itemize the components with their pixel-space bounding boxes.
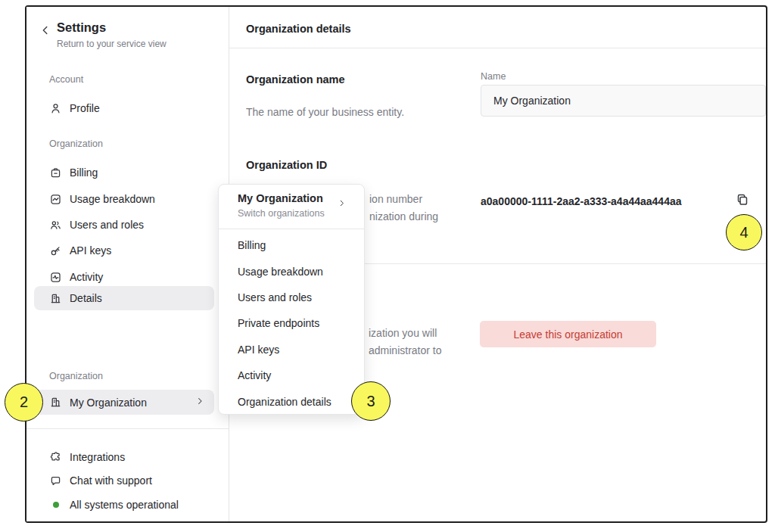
page-title: Organization details: [246, 23, 351, 35]
sidebar-item-details[interactable]: Details: [34, 286, 214, 310]
dropdown-item-private-endpoints[interactable]: Private endpoints: [219, 312, 364, 334]
puzzle-icon: [49, 450, 63, 464]
sidebar-item-label: Chat with support: [70, 474, 152, 487]
leave-description-line1: ization you will: [369, 327, 437, 339]
sidebar-item-label: All systems operational: [70, 499, 179, 511]
sidebar-item-label: Profile: [70, 102, 100, 114]
billing-icon: [49, 166, 63, 179]
sidebar-item-label: Integrations: [70, 451, 125, 463]
leave-description: ization you will administrator to: [369, 325, 441, 359]
org-name-input[interactable]: [481, 85, 766, 117]
leave-organization-button[interactable]: Leave this organization: [480, 321, 656, 347]
api-keys-icon: [49, 244, 63, 257]
details-icon: [49, 291, 63, 305]
sidebar-item-label: Usage breakdown: [70, 193, 155, 205]
organization-dropdown-menu: My Organization Switch organizations Bil…: [218, 184, 365, 415]
sidebar-divider: [26, 428, 229, 429]
org-name-title: Organization name: [246, 73, 345, 86]
dropdown-item-usage-breakdown[interactable]: Usage breakdown: [219, 260, 364, 283]
org-name-description: The name of your business entity.: [246, 104, 404, 121]
name-field-label: Name: [481, 71, 506, 82]
sidebar-item-chat-support[interactable]: Chat with support: [34, 468, 214, 493]
usage-icon: [49, 192, 63, 206]
dropdown-item-organization-details[interactable]: Organization details: [219, 390, 364, 413]
org-id-description: ion number nization during: [369, 191, 438, 226]
dropdown-item-users-and-roles[interactable]: Users and roles: [219, 286, 364, 309]
screenshot-page: Settings Return to your service view Acc…: [0, 0, 775, 532]
sidebar-item-integrations[interactable]: Integrations: [34, 445, 214, 469]
window-frame: Settings Return to your service view Acc…: [25, 5, 767, 523]
sidebar-item-label: My Organization: [70, 397, 147, 409]
org-id-description-line1: ion number: [369, 193, 422, 205]
dropdown-title[interactable]: My Organization: [238, 192, 323, 204]
annotation-badge-3: 3: [351, 381, 391, 421]
sidebar-item-label: API keys: [70, 244, 111, 257]
sidebar-item-label: Users and roles: [70, 219, 144, 231]
sidebar-item-usage-breakdown[interactable]: Usage breakdown: [34, 187, 214, 211]
dropdown-subtitle: Switch organizations: [238, 208, 325, 219]
dropdown-item-billing[interactable]: Billing: [219, 234, 364, 257]
org-id-title: Organization ID: [246, 159, 327, 171]
org-id-description-line2: nization during: [369, 210, 438, 222]
sidebar-item-api-keys[interactable]: API keys: [34, 238, 214, 263]
dropdown-item-api-keys[interactable]: API keys: [219, 338, 364, 361]
sidebar-item-my-organization[interactable]: My Organization: [34, 390, 214, 415]
copy-icon: [735, 192, 750, 207]
header-divider: [229, 48, 766, 48]
chevron-left-icon: [39, 23, 52, 37]
chevron-right-icon: [195, 396, 205, 409]
section-label-organization-2: Organization: [49, 371, 103, 381]
dropdown-item-activity[interactable]: Activity: [219, 364, 364, 387]
settings-sidebar: Settings Return to your service view Acc…: [26, 7, 229, 521]
status-dot: [53, 502, 59, 508]
org-id-value: a0a00000-1111-2aa2-a333-a4a44aa444aa: [481, 195, 682, 207]
users-icon: [49, 218, 63, 232]
dropdown-divider: [219, 229, 364, 229]
leave-description-line2: administrator to: [369, 344, 441, 356]
back-button[interactable]: [39, 23, 52, 37]
sidebar-item-status[interactable]: All systems operational: [34, 493, 214, 517]
profile-icon: [49, 101, 63, 115]
sidebar-item-users-and-roles[interactable]: Users and roles: [34, 213, 214, 237]
annotation-badge-2: 2: [5, 383, 43, 422]
sidebar-subtitle: Return to your service view: [57, 39, 167, 49]
section-label-account: Account: [49, 74, 83, 85]
activity-icon: [49, 270, 63, 284]
chevron-right-icon: [337, 198, 347, 211]
chat-icon: [49, 474, 63, 487]
sidebar-title: Settings: [57, 20, 106, 35]
building-icon: [49, 396, 63, 409]
sidebar-item-label: Activity: [70, 271, 103, 283]
annotation-badge-4: 4: [726, 214, 762, 250]
sidebar-item-billing[interactable]: Billing: [34, 160, 214, 185]
section-label-organization: Organization: [49, 138, 103, 149]
copy-button[interactable]: [735, 192, 752, 209]
sidebar-item-label: Details: [70, 292, 102, 304]
sidebar-item-profile[interactable]: Profile: [34, 96, 214, 120]
sidebar-item-label: Billing: [70, 166, 98, 179]
